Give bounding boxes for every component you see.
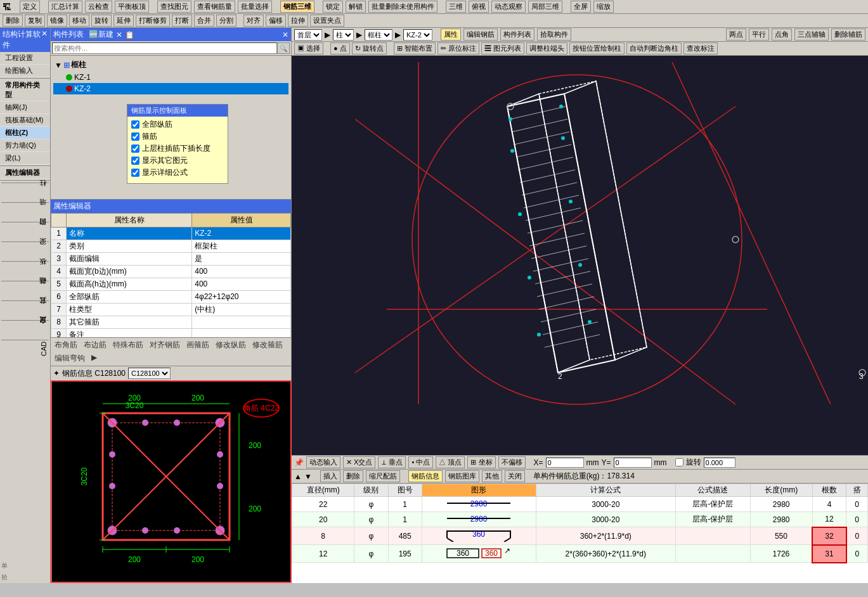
btn-auto-corner-col[interactable]: 自动判断边角柱 xyxy=(626,42,682,55)
vtab-other[interactable]: 其它 xyxy=(1,300,49,319)
rotate-input[interactable] xyxy=(704,458,735,468)
attr-val-8[interactable] xyxy=(192,316,291,328)
attr-row-7[interactable]: 7 柱类型 (中柱) xyxy=(51,303,291,316)
btn-offset[interactable]: 偏移 xyxy=(266,15,286,27)
popup-option-4[interactable]: 显示其它图元 xyxy=(131,155,224,166)
btn-select[interactable]: ▣ 选择 xyxy=(294,42,323,55)
btn-break[interactable]: 打断 xyxy=(172,15,192,27)
attr-row-6[interactable]: 6 全部纵筋 4φ22+12φ20 xyxy=(51,290,291,303)
btn-edit-rebar[interactable]: 编辑钢筋 xyxy=(463,29,498,41)
tab-modify-longit[interactable]: 修改纵筋 xyxy=(213,339,249,351)
x-input[interactable] xyxy=(546,458,584,468)
tab-edge-rebar[interactable]: 布边筋 xyxy=(81,339,109,351)
tab-modify-stirrup[interactable]: 修改箍筋 xyxy=(250,339,285,351)
comp-type-select[interactable]: 柱 xyxy=(333,29,354,41)
tab-edit-hook[interactable]: 编辑弯钩 xyxy=(52,352,87,364)
vtab-door-window[interactable]: 门窗 xyxy=(1,222,49,241)
attr-val-4[interactable]: 400 xyxy=(192,265,291,278)
nav-drawing[interactable]: 绘图输入 xyxy=(0,65,50,77)
tree-expand-icon[interactable]: ▼ xyxy=(55,61,62,70)
attr-val-7[interactable]: (中柱) xyxy=(192,303,291,316)
btn-rebar-info[interactable]: 钢筋信息 xyxy=(408,470,443,482)
btn-element-list[interactable]: ☰ 图元列表 xyxy=(481,42,524,55)
btn-rotate-point[interactable]: ↻ 旋转点 xyxy=(352,42,387,55)
btn-split[interactable]: 分割 xyxy=(216,15,236,27)
btn-insert-rebar[interactable]: 插入 xyxy=(320,470,340,482)
tab-align-rebar[interactable]: 对齐钢筋 xyxy=(147,339,183,351)
btn-local-3d[interactable]: 局部三维 xyxy=(528,1,562,13)
btn-mirror[interactable]: 镜像 xyxy=(47,15,67,27)
btn-top-view[interactable]: 俯视 xyxy=(469,1,489,13)
nav-shear-wall[interactable]: 剪力墙(Q) xyxy=(0,139,50,152)
btn-parallel[interactable]: 平行 xyxy=(749,29,769,41)
arrow-up[interactable]: ▲ xyxy=(294,472,302,481)
btn-break-trim[interactable]: 打断修剪 xyxy=(136,15,170,27)
nav-frame-column[interactable]: 框柱(Z) xyxy=(0,127,50,139)
attr-row-4[interactable]: 4 截面宽(b边)(mm) 400 xyxy=(51,265,291,278)
comp-panel-close[interactable]: ✕ xyxy=(282,30,288,39)
nav-common[interactable]: 常用构件类型 xyxy=(0,79,50,101)
comp-delete-btn[interactable]: ✕ xyxy=(116,30,122,39)
btn-3d[interactable]: 三维 xyxy=(446,1,466,13)
btn-delete-rebar[interactable]: 删除 xyxy=(343,470,363,482)
btn-no-offset[interactable]: 不偏移 xyxy=(498,456,526,468)
sub-comp-select[interactable]: 框柱 xyxy=(365,29,392,41)
btn-perp-point[interactable]: ⊥ 垂点 xyxy=(378,456,406,468)
tree-child-kz2[interactable]: KZ-2 xyxy=(53,83,288,94)
search-input[interactable] xyxy=(52,42,277,54)
btn-coord[interactable]: ⊞ 坐标 xyxy=(467,456,495,468)
attr-row-1[interactable]: 1 名称 KZ-2 xyxy=(51,227,291,240)
attr-row-5[interactable]: 5 截面高(h边)(mm) 400 xyxy=(51,278,291,290)
y-input[interactable] xyxy=(614,458,652,468)
btn-balance[interactable]: 平衡板顶 xyxy=(115,1,149,13)
tab-special-rebar[interactable]: 特殊布筋 xyxy=(110,339,146,351)
left-close[interactable]: ✕ xyxy=(41,29,48,51)
popup-option-5[interactable]: 显示详细公式 xyxy=(131,167,224,178)
comp-new-btn[interactable]: 🆕新建 xyxy=(89,29,113,40)
btn-delete-aux[interactable]: 删除辅筋 xyxy=(831,29,865,41)
vtab-wall[interactable]: 墙 xyxy=(1,202,49,221)
popup-option-1[interactable]: 全部纵筋 xyxy=(131,119,224,130)
arrow-down[interactable]: ▼ xyxy=(304,472,312,481)
btn-extend[interactable]: 延伸 xyxy=(113,15,134,27)
attr-row-9[interactable]: 9 备注 xyxy=(51,328,291,337)
btn-lock[interactable]: 锁定 xyxy=(323,1,343,13)
tab-more[interactable]: ▶ xyxy=(89,352,100,364)
vtab-foundation[interactable]: 基础 xyxy=(1,281,49,300)
btn-stretch[interactable]: 拉伸 xyxy=(288,15,308,27)
btn-two-point[interactable]: 两点 xyxy=(726,29,746,41)
attr-val-5[interactable]: 400 xyxy=(192,278,291,290)
btn-batch-delete[interactable]: 批量删除未使用构件 xyxy=(368,1,437,13)
btn-rebar-3d[interactable]: 钢筋三维 xyxy=(280,1,314,13)
rotate-checkbox[interactable] xyxy=(675,458,683,466)
vtab-cad[interactable]: CAD xyxy=(1,340,49,359)
btn-view-rebar[interactable]: 查看钢筋量 xyxy=(194,1,235,13)
btn-three-point-axis[interactable]: 三点辅轴 xyxy=(794,29,829,41)
attr-row-3[interactable]: 3 截面编辑 是 xyxy=(51,252,291,265)
btn-zoom[interactable]: 缩放 xyxy=(593,1,614,13)
nav-engineering[interactable]: 工程设置 xyxy=(0,52,50,65)
section-select[interactable]: C128100 xyxy=(128,368,171,379)
btn-fullscreen[interactable]: 全屏 xyxy=(571,1,591,13)
btn-scale-rebar[interactable]: 缩尺配筋 xyxy=(366,470,400,482)
btn-dynamic-input[interactable]: 动态输入 xyxy=(306,456,340,468)
attr-val-3[interactable]: 是 xyxy=(192,252,291,265)
btn-define[interactable]: 定义 xyxy=(20,1,40,13)
btn-check-mark[interactable]: 查改标注 xyxy=(683,42,718,55)
btn-unlock[interactable]: 解锁 xyxy=(346,1,366,13)
btn-rebar-diagram[interactable]: 钢筋图库 xyxy=(445,470,479,482)
btn-intersection[interactable]: ✕ X交点 xyxy=(343,456,375,468)
attr-val-6[interactable]: 4φ22+12φ20 xyxy=(192,290,291,303)
attr-val-9[interactable] xyxy=(192,328,291,337)
btn-adjust-col-end[interactable]: 调整柱端头 xyxy=(526,42,567,55)
floor-select[interactable]: 首层 xyxy=(294,29,322,41)
btn-other[interactable]: 其他 xyxy=(482,470,502,482)
btn-merge[interactable]: 合并 xyxy=(194,15,214,27)
rebar-row-0[interactable]: 22 φ 1 2980 3000-20 层高-保护层 2980 4 0 xyxy=(292,497,868,512)
vtab-column[interactable]: 柱 xyxy=(1,183,49,202)
btn-batch-select[interactable]: 批量选择 xyxy=(238,1,272,13)
attr-val-2[interactable]: 框架柱 xyxy=(192,240,291,252)
nav-axis[interactable]: 轴网(J) xyxy=(0,101,50,114)
attr-row-8[interactable]: 8 其它箍筋 xyxy=(51,316,291,328)
nav-beam[interactable]: 梁(L) xyxy=(0,152,50,165)
